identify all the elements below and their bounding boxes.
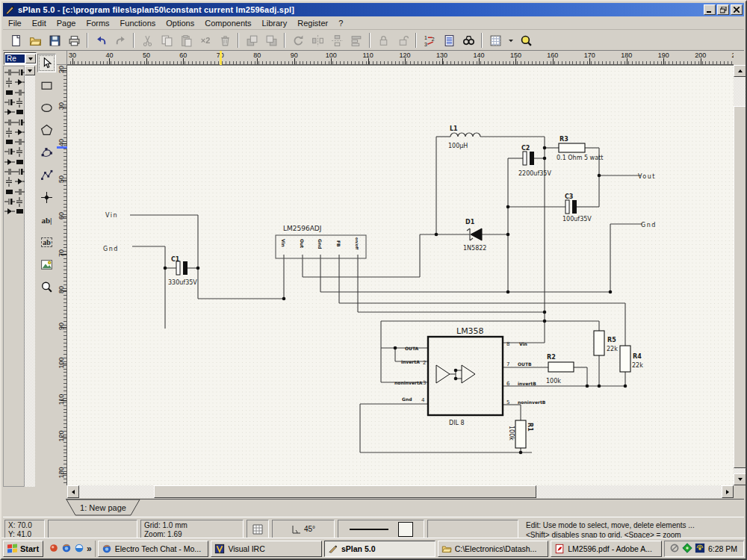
palette-symbol[interactable]: [15, 176, 25, 186]
scroll-left-icon[interactable]: [67, 485, 79, 498]
component-palette-cells[interactable]: [3, 66, 25, 487]
toolbar-open-button[interactable]: [26, 32, 44, 49]
toolbar-grid-dropdown-button[interactable]: [506, 32, 515, 49]
toolbar-save-button[interactable]: [46, 32, 63, 49]
canvas[interactable]: VinGndVoutGndC1330uf35VLM2596ADJVinOutGn…: [67, 65, 734, 485]
toolbar-mirror-vertical-button[interactable]: [328, 32, 346, 49]
menu-item-library[interactable]: Library: [257, 17, 293, 29]
tool-text[interactable]: ab|: [37, 211, 56, 229]
tray-status-icon[interactable]: [669, 543, 680, 555]
title-bar[interactable]: sPlan 5.0 - [c:\program files\splan50\co…: [3, 3, 744, 16]
palette-symbol[interactable]: [15, 167, 25, 176]
toolbar-mirror-horizontal-button[interactable]: [309, 32, 326, 49]
close-button[interactable]: [731, 4, 743, 15]
toolbar-zoom-button[interactable]: [517, 32, 535, 49]
combo-dropdown-icon[interactable]: [25, 54, 36, 63]
quick-launch-ie-icon[interactable]: [74, 543, 84, 555]
palette-symbol[interactable]: [15, 77, 25, 87]
taskbar-window-electro-tech-chat-mo[interactable]: Electro Tech Chat - Mo...: [98, 541, 209, 557]
tool-ellipse[interactable]: [37, 99, 56, 117]
toolbar-paste-button[interactable]: [177, 32, 195, 49]
scroll-up-icon[interactable]: [734, 65, 746, 77]
palette-symbol[interactable]: [4, 167, 15, 176]
menu-item-edit[interactable]: Edit: [27, 17, 52, 29]
menu-item-components[interactable]: Components: [199, 17, 256, 29]
menu-item-?[interactable]: ?: [333, 17, 348, 29]
palette-symbol[interactable]: [15, 137, 25, 146]
tab-new-page[interactable]: 1: New page: [66, 499, 140, 517]
palette-symbol[interactable]: [15, 187, 25, 196]
toolbar-grid-button[interactable]: [486, 32, 504, 49]
toolbar-unlock-button[interactable]: [394, 32, 412, 49]
palette-symbol[interactable]: [4, 176, 15, 186]
taskbar-window-visual-irc[interactable]: Visual IRC: [211, 541, 322, 557]
palette-symbol[interactable]: [4, 87, 15, 97]
toolbar-print-button[interactable]: [65, 32, 83, 49]
vertical-scrollbar[interactable]: [734, 65, 746, 485]
palette-symbol[interactable]: [15, 117, 25, 127]
tool-node[interactable]: [37, 188, 56, 207]
tool-image[interactable]: [37, 255, 56, 274]
toolbar-component-list-button[interactable]: [440, 32, 458, 49]
scroll-right-icon[interactable]: [722, 485, 734, 498]
palette-scroll-down-icon[interactable]: [25, 66, 35, 75]
tool-rectangle[interactable]: [37, 76, 56, 95]
palette-symbol[interactable]: [4, 77, 15, 87]
menu-item-forms[interactable]: Forms: [81, 17, 114, 29]
palette-symbol[interactable]: [15, 206, 25, 216]
toolbar-delete-button[interactable]: [216, 32, 234, 49]
toolbar-new-button[interactable]: [7, 32, 25, 49]
toolbar-undo-button[interactable]: [92, 32, 110, 49]
tool-polyline[interactable]: [37, 166, 56, 184]
palette-symbol[interactable]: [15, 107, 25, 116]
horizontal-scroll-thumb[interactable]: [154, 485, 536, 498]
taskbar-window-splan-5-0[interactable]: sPlan 5.0: [324, 541, 436, 557]
palette-symbol[interactable]: [4, 97, 15, 107]
quick-launch-browser-icon[interactable]: [61, 543, 72, 555]
toolbar-redo-button[interactable]: [111, 32, 129, 49]
palette-scrollbar[interactable]: [25, 66, 35, 487]
palette-symbol[interactable]: [4, 187, 15, 196]
taskbar-window-c-electronics-datash[interactable]: C:\Electronics\Datash...: [438, 541, 549, 557]
vertical-scroll-thumb[interactable]: [734, 106, 746, 468]
palette-symbol[interactable]: [15, 196, 25, 206]
scroll-down-icon[interactable]: [734, 473, 746, 485]
palette-symbol[interactable]: [15, 127, 25, 137]
toolbar-search-button[interactable]: [459, 32, 477, 49]
menu-item-options[interactable]: Options: [161, 17, 199, 29]
angle-panel[interactable]: 45°: [272, 520, 335, 539]
library-combo[interactable]: Re: [4, 52, 37, 65]
palette-symbol[interactable]: [4, 206, 15, 216]
quick-launch-app-icon[interactable]: [49, 543, 59, 555]
tool-bezier[interactable]: [37, 143, 56, 162]
toolbar-copy-button[interactable]: [158, 32, 176, 49]
palette-symbol[interactable]: [15, 87, 25, 97]
tool-polygon[interactable]: [37, 121, 56, 140]
palette-symbol[interactable]: [4, 146, 15, 156]
toolbar-rotate-button[interactable]: [289, 32, 307, 49]
restore-button[interactable]: [717, 4, 729, 15]
tool-select[interactable]: [37, 54, 56, 72]
line-style-panel[interactable]: [338, 520, 424, 539]
palette-symbol[interactable]: [4, 127, 15, 137]
toolbar-align-button[interactable]: [347, 32, 365, 49]
menu-item-page[interactable]: Page: [52, 17, 81, 29]
tool-zoom-tool[interactable]: [37, 278, 56, 296]
toolbar-to-back-button[interactable]: [262, 32, 280, 49]
palette-symbol[interactable]: [15, 97, 25, 107]
taskbar-window-lm2596-pdf-adobe-a[interactable]: LM2596.pdf - Adobe A...: [551, 541, 662, 557]
toolbar-to-front-button[interactable]: [243, 32, 261, 49]
toolbar-duplicate-button[interactable]: ×2: [196, 32, 214, 49]
menu-item-functions[interactable]: Functions: [115, 17, 161, 29]
palette-symbol[interactable]: [15, 146, 25, 156]
grid-toggle-panel[interactable]: [247, 520, 269, 539]
palette-symbol[interactable]: [4, 107, 15, 116]
palette-symbol[interactable]: [4, 196, 15, 206]
quick-launch-more[interactable]: »: [87, 544, 92, 554]
menu-item-register[interactable]: Register: [292, 17, 333, 29]
toolbar-renumber-button[interactable]: 123: [421, 32, 438, 49]
tray-network-icon[interactable]: [695, 543, 705, 555]
palette-symbol[interactable]: [4, 117, 15, 127]
palette-symbol[interactable]: [4, 137, 15, 146]
palette-symbol[interactable]: [15, 67, 25, 77]
